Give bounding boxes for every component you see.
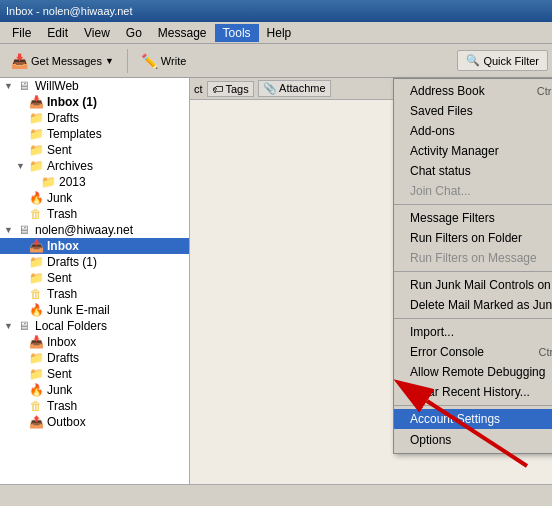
sidebar-item-sent-nolen[interactable]: 📁 Sent [0,270,189,286]
account-settings-label: Account Settings [410,412,500,426]
menu-error-console[interactable]: Error Console Ctrl+Shift+J [394,342,552,362]
menu-tools[interactable]: Tools [215,24,259,42]
add-ons-label: Add-ons [410,124,455,138]
junk-nolen-label: Junk E-mail [47,303,110,317]
menu-address-book[interactable]: Address Book Ctrl+Shift+B [394,81,552,101]
junk-will-label: Junk [47,191,72,205]
delete-junk-label: Delete Mail Marked as Junk in Folder [410,298,552,312]
sidebar-item-trash-local[interactable]: 🗑 Trash [0,398,189,414]
menu-message-filters[interactable]: Message Filters [394,208,552,228]
write-button[interactable]: ✏️ Write [134,49,193,73]
menu-clear-history[interactable]: Clear Recent History... [394,382,552,402]
sent-local-label: Sent [47,367,72,381]
drafts-local-icon: 📁 [28,351,44,365]
sidebar-item-local[interactable]: ▼ 🖥 Local Folders [0,318,189,334]
drafts-nolen-icon: 📁 [28,255,44,269]
title-text: Inbox - nolen@hiwaay.net [6,5,133,17]
sidebar-item-sent-will[interactable]: 📁 Sent [0,142,189,158]
inbox-nolen-label: Inbox [47,239,79,253]
expand-archives-icon: ▼ [16,161,28,171]
sidebar-item-junk-local[interactable]: 🔥 Junk [0,382,189,398]
sidebar-item-archives-will[interactable]: ▼ 📁 Archives [0,158,189,174]
inbox-will-icon: 📥 [28,95,44,109]
menu-file[interactable]: File [4,24,39,42]
sidebar-item-junk-will[interactable]: 🔥 Junk [0,190,189,206]
menu-go[interactable]: Go [118,24,150,42]
menu-chat-status[interactable]: Chat status ▶ [394,161,552,181]
sent-nolen-label: Sent [47,271,72,285]
sidebar-item-inbox-will[interactable]: 📥 Inbox (1) [0,94,189,110]
import-label: Import... [410,325,454,339]
sidebar-item-trash-will[interactable]: 🗑 Trash [0,206,189,222]
sidebar-item-inbox-nolen[interactable]: 📥 Inbox [0,238,189,254]
sidebar-item-drafts-nolen[interactable]: 📁 Drafts (1) [0,254,189,270]
menu-delete-junk[interactable]: Delete Mail Marked as Junk in Folder [394,295,552,315]
toolbar-separator-1 [127,49,128,73]
menu-run-filters-folder[interactable]: Run Filters on Folder [394,228,552,248]
error-console-label: Error Console [410,345,484,359]
menu-allow-remote[interactable]: Allow Remote Debugging [394,362,552,382]
write-label: Write [161,55,186,67]
trash-will-icon: 🗑 [28,207,44,221]
toolbar-right: 🔍 Quick Filter [457,50,548,71]
sidebar-item-junk-nolen[interactable]: 🔥 Junk E-mail [0,302,189,318]
sidebar-item-drafts-will[interactable]: 📁 Drafts [0,110,189,126]
error-console-shortcut: Ctrl+Shift+J [539,346,552,358]
junk-local-icon: 🔥 [28,383,44,397]
sidebar-item-willweb[interactable]: ▼ 🖥 WillWeb [0,78,189,94]
sidebar-item-inbox-local[interactable]: 📥 Inbox [0,334,189,350]
trash-local-label: Trash [47,399,77,413]
menu-help[interactable]: Help [259,24,300,42]
menu-activity-manager[interactable]: Activity Manager [394,141,552,161]
junk-nolen-icon: 🔥 [28,303,44,317]
menu-options[interactable]: Options 🌿 [394,429,552,451]
tags-btn[interactable]: 🏷 Tags [207,81,254,97]
filter-icon: 🔍 [466,54,480,67]
drafts-will-icon: 📁 [28,111,44,125]
menu-account-settings[interactable]: Account Settings [394,409,552,429]
get-messages-label: Get Messages [31,55,102,67]
menu-message[interactable]: Message [150,24,215,42]
toolbar: 📥 Get Messages ▼ ✏️ Write 🔍 Quick Filter [0,44,552,78]
outbox-local-icon: 📤 [28,415,44,429]
sidebar-item-nolen[interactable]: ▼ 🖥 nolen@hiwaay.net [0,222,189,238]
run-filters-message-label: Run Filters on Message [410,251,537,265]
sidebar-item-drafts-local[interactable]: 📁 Drafts [0,350,189,366]
sidebar: ▼ 🖥 WillWeb 📥 Inbox (1) 📁 Drafts 📁 Templ… [0,78,190,506]
sidebar-item-trash-nolen[interactable]: 🗑 Trash [0,286,189,302]
menu-run-junk[interactable]: Run Junk Mail Controls on Folder [394,275,552,295]
menu-add-ons[interactable]: Add-ons [394,121,552,141]
sidebar-item-2013[interactable]: 📁 2013 [0,174,189,190]
envelope-icon: 📥 [11,53,28,69]
trash-nolen-label: Trash [47,287,77,301]
sidebar-item-templates-will[interactable]: 📁 Templates [0,126,189,142]
run-junk-label: Run Junk Mail Controls on Folder [410,278,552,292]
join-chat-label: Join Chat... [410,184,471,198]
templates-will-icon: 📁 [28,127,44,141]
options-label: Options [410,433,451,447]
menu-run-filters-message: Run Filters on Message [394,248,552,268]
menu-saved-files[interactable]: Saved Files Ctrl+J [394,101,552,121]
willweb-label: WillWeb [35,79,79,93]
get-messages-button[interactable]: 📥 Get Messages ▼ [4,49,121,73]
local-label: Local Folders [35,319,107,333]
expand-nolen-icon: ▼ [4,225,16,235]
attachments-btn[interactable]: 📎 Attachme [258,80,331,97]
junk-local-label: Junk [47,383,72,397]
tools-dropdown-menu: Address Book Ctrl+Shift+B Saved Files Ct… [393,78,552,454]
chat-status-label: Chat status [410,164,471,178]
archives-will-icon: 📁 [28,159,44,173]
archives-2013-icon: 📁 [40,175,56,189]
message-filters-label: Message Filters [410,211,495,225]
expand-willweb-icon: ▼ [4,81,16,91]
quick-filter-button[interactable]: 🔍 Quick Filter [457,50,548,71]
menu-edit[interactable]: Edit [39,24,76,42]
sidebar-item-outbox-local[interactable]: 📤 Outbox [0,414,189,430]
sidebar-item-sent-local[interactable]: 📁 Sent [0,366,189,382]
menu-import[interactable]: Import... [394,322,552,342]
trash-nolen-icon: 🗑 [28,287,44,301]
trash-will-label: Trash [47,207,77,221]
menu-view[interactable]: View [76,24,118,42]
dropdown-arrow-icon[interactable]: ▼ [105,56,114,66]
outbox-local-label: Outbox [47,415,86,429]
